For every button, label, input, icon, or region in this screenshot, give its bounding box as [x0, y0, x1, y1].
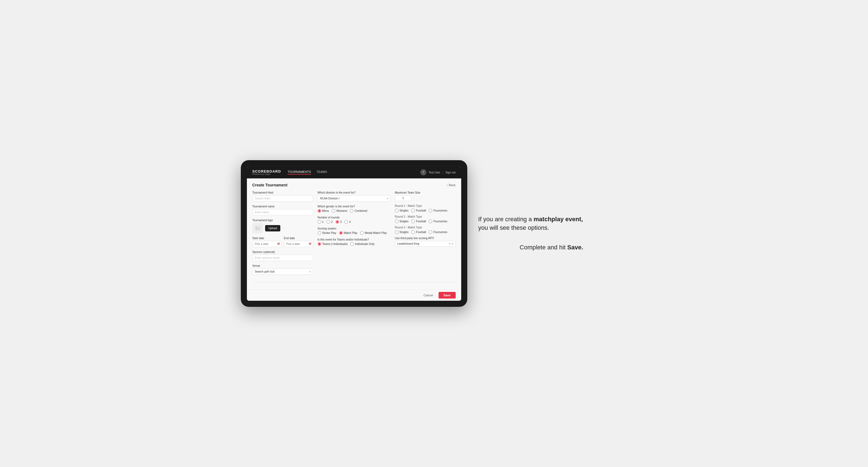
round2-fourball[interactable]: Fourball	[411, 220, 426, 223]
round2-singles-radio[interactable]	[395, 220, 399, 223]
gender-womens[interactable]: Womens	[332, 209, 347, 213]
avatar: T	[420, 169, 426, 175]
round3-fourball-radio[interactable]	[411, 230, 415, 234]
back-label: Back	[449, 183, 456, 187]
navbar: SCOREBOARD Powered by clippit TOURNAMENT…	[247, 166, 461, 178]
teams-radio-item[interactable]: Teams (+Individuals)	[318, 242, 348, 246]
start-date-input[interactable]	[252, 241, 282, 247]
round1-fourball[interactable]: Fourball	[411, 209, 426, 212]
round2-singles[interactable]: Singles	[395, 220, 409, 223]
rounds-2-radio[interactable]	[327, 220, 330, 224]
round2-foursomes[interactable]: Foursomes	[429, 220, 447, 223]
rounds-1[interactable]: 1	[318, 220, 324, 224]
division-select-wrapper: NCAA Division I	[318, 195, 391, 201]
round1-singles-radio[interactable]	[395, 209, 399, 212]
annotation-top-text: If you are creating a	[478, 216, 534, 223]
logo-upload: Upload	[252, 223, 313, 234]
api-select-controls: ✕ ▾	[448, 242, 453, 245]
api-select-wrapper[interactable]: Leaderboard King ✕ ▾	[395, 241, 456, 247]
rounds-4-radio[interactable]	[344, 220, 348, 224]
separator: |	[442, 171, 443, 174]
end-date-input[interactable]	[284, 241, 313, 247]
form-divider	[252, 282, 456, 282]
scoring-radio-group: Stroke Play Match Play Medal Match Play	[318, 231, 391, 235]
annotation-top: If you are creating a matchplay event, y…	[478, 215, 583, 232]
venue-label: Venue	[252, 264, 313, 267]
sign-out-link[interactable]: Sign out	[445, 171, 456, 174]
round3-foursomes[interactable]: Foursomes	[429, 230, 447, 234]
max-team-size-input[interactable]	[395, 195, 411, 201]
individuals-radio-item[interactable]: Individuals Only	[350, 242, 374, 246]
round3-radio-group: Singles Fourball Foursomes	[395, 230, 456, 234]
upload-button[interactable]: Upload	[265, 225, 281, 231]
save-button[interactable]: Save	[439, 292, 456, 299]
back-button[interactable]: ‹ Back	[446, 183, 456, 187]
rounds-3[interactable]: 3	[336, 220, 342, 224]
gender-radio-group: Mens Womens Combined	[318, 209, 391, 213]
scoring-medal[interactable]: Medal Match Play	[360, 231, 386, 235]
rounds-2-label: 2	[331, 220, 333, 223]
teams-radio[interactable]	[318, 242, 321, 246]
individuals-radio[interactable]	[350, 242, 354, 246]
form-body: Tournament Host Tournament name Tourname…	[252, 191, 456, 278]
venue-select[interactable]: Search golf club	[252, 269, 313, 275]
start-date-group: Start date	[252, 237, 282, 247]
rounds-4[interactable]: 4	[344, 220, 351, 224]
round3-foursomes-radio[interactable]	[429, 230, 432, 234]
scoring-stroke[interactable]: Stroke Play	[318, 231, 336, 235]
api-select-value: Leaderboard King	[397, 242, 420, 245]
round1-singles-label: Singles	[400, 209, 409, 212]
brand-title: SCOREBOARD	[252, 169, 281, 173]
round2-label: Round 2 - Match Type	[395, 215, 456, 218]
nav-teams[interactable]: TEAMS	[316, 170, 327, 175]
brand-subtitle: Powered by clippit	[252, 173, 281, 175]
round1-fourball-radio[interactable]	[411, 209, 415, 212]
gender-combined-radio[interactable]	[350, 209, 353, 213]
round1-singles[interactable]: Singles	[395, 209, 409, 212]
scoring-match-label: Match Play	[344, 231, 358, 235]
round1-fourball-label: Fourball	[416, 209, 426, 212]
page-header: Create Tournament ‹ Back	[252, 183, 456, 187]
round2-foursomes-radio[interactable]	[429, 220, 432, 223]
scoring-match-radio[interactable]	[339, 231, 343, 235]
api-clear-icon[interactable]: ✕	[448, 242, 451, 245]
sponsor-input[interactable]	[252, 255, 313, 261]
round3-fourball[interactable]: Fourball	[411, 230, 426, 234]
start-date-label: Start date	[252, 237, 282, 240]
gender-combined[interactable]: Combined	[350, 209, 367, 213]
cancel-button[interactable]: Cancel	[420, 292, 436, 299]
tournament-host-label: Tournament Host	[252, 191, 313, 194]
round1-foursomes-radio[interactable]	[429, 209, 432, 212]
teams-individuals-group: Is this event for Teams and/or Individua…	[318, 238, 391, 246]
round1-foursomes-label: Foursomes	[433, 209, 447, 212]
scoring-label: Scoring system	[318, 227, 391, 230]
gender-womens-radio[interactable]	[332, 209, 335, 213]
round2-fourball-radio[interactable]	[411, 220, 415, 223]
nav-tournaments[interactable]: TOURNAMENTS	[287, 170, 311, 175]
rounds-3-radio[interactable]	[336, 220, 339, 224]
round3-singles[interactable]: Singles	[395, 230, 409, 234]
venue-select-wrapper: Search golf club	[252, 269, 313, 275]
round2-match-type-section: Round 2 - Match Type Singles Fourball	[395, 215, 456, 223]
round3-singles-radio[interactable]	[395, 230, 399, 234]
user-name: Test User	[429, 171, 440, 174]
tournament-host-group: Tournament Host	[252, 191, 313, 201]
rounds-1-radio[interactable]	[318, 220, 321, 224]
rounds-2[interactable]: 2	[327, 220, 333, 224]
rounds-4-label: 4	[349, 220, 351, 223]
gender-mens-radio[interactable]	[318, 209, 321, 213]
scoring-medal-radio[interactable]	[360, 231, 364, 235]
date-group: Start date End date	[252, 237, 313, 247]
tournament-host-input[interactable]	[252, 195, 313, 201]
tablet-screen: SCOREBOARD Powered by clippit TOURNAMENT…	[247, 166, 461, 301]
scoring-stroke-radio[interactable]	[318, 231, 321, 235]
api-chevron-icon[interactable]: ▾	[452, 242, 453, 245]
main-content: Create Tournament ‹ Back Tournament Host	[247, 178, 461, 289]
venue-group: Venue Search golf club	[252, 264, 313, 275]
scoring-match[interactable]: Match Play	[339, 231, 358, 235]
division-select[interactable]: NCAA Division I	[318, 195, 391, 201]
tournament-name-input[interactable]	[252, 209, 313, 215]
round1-foursomes[interactable]: Foursomes	[429, 209, 447, 212]
api-section: Use third-party live scoring API? Leader…	[395, 237, 456, 247]
gender-mens[interactable]: Mens	[318, 209, 329, 213]
